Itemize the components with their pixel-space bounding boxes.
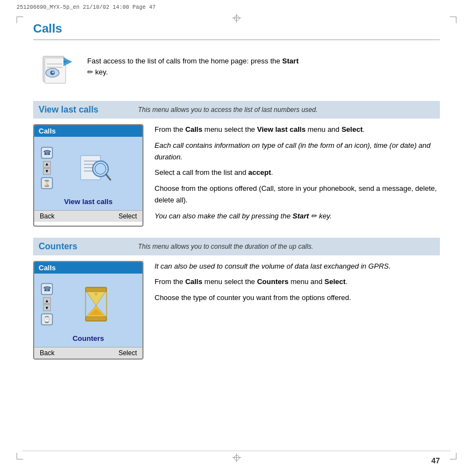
start-bold-italic: Start xyxy=(293,212,309,220)
intro-pencil-key: ✏ key. xyxy=(87,68,108,76)
select-bold-1: Select xyxy=(342,125,363,133)
phone-screen-footer-1: Back Select xyxy=(34,210,142,222)
svg-text:⌚: ⌚ xyxy=(43,315,51,323)
intro-section: Fast access to the list of calls from th… xyxy=(33,50,440,89)
svg-point-9 xyxy=(52,71,54,73)
svg-text:⌛: ⌛ xyxy=(43,179,51,187)
corner-mark-br xyxy=(450,453,456,459)
svg-line-21 xyxy=(106,174,110,180)
magnifier-icon xyxy=(79,151,113,184)
footer-back-1: Back xyxy=(40,212,55,220)
section-title-counters: Counters xyxy=(39,242,127,252)
para-2-3: Choose the type of counter you want from… xyxy=(155,292,440,304)
page-title: Calls xyxy=(33,22,440,40)
corner-mark-tr xyxy=(450,17,456,23)
phone-screen-label-1: View last calls xyxy=(64,197,113,206)
para-2-1: It can also be used to consult the volum… xyxy=(155,261,440,272)
call-icon-2: ⌛ xyxy=(41,177,53,189)
bottom-divider xyxy=(22,451,451,451)
para-1-2: Each call contains information on type o… xyxy=(155,140,440,163)
phone-screen-view-last-calls: Calls ☎ ▲ ▼ xyxy=(33,124,144,227)
svg-point-20 xyxy=(95,163,106,174)
footer-select-1: Select xyxy=(119,212,137,220)
svg-rect-26 xyxy=(86,287,107,292)
phone-screen-footer-2: Back Select xyxy=(34,347,142,359)
section-title-view-last-calls: View last calls xyxy=(39,105,127,115)
calls-bold-2: Calls xyxy=(185,277,203,286)
print-header-text: 251206690_MYX-5p_en 21/10/02 14:00 Page … xyxy=(17,4,156,10)
section-body-counters: Calls ☎ ▲ ▼ xyxy=(33,255,440,360)
section-content-counters: It can also be used to consult the volum… xyxy=(155,261,440,360)
para-1-3: Select a call from the list and accept. xyxy=(155,167,440,179)
phone-screen-body-2: ☎ ▲ ▼ ⌚ xyxy=(34,274,142,347)
hourglass-icon xyxy=(81,286,111,322)
phone-screen-body-1: ☎ ▲ ▼ ⌛ xyxy=(34,137,142,210)
phone-screen-counters: Calls ☎ ▲ ▼ xyxy=(33,261,144,360)
section-header-view-last-calls: View last calls This menu allows you to … xyxy=(33,101,440,119)
page-container: 251206690_MYX-5p_en 21/10/02 14:00 Page … xyxy=(0,0,473,476)
intro-bold-start: Start xyxy=(282,57,299,65)
para-1-1: From the Calls menu select the View last… xyxy=(155,124,440,136)
screen-icons-left-1: ☎ ▲ ▼ ⌛ xyxy=(41,147,53,189)
calls-icon xyxy=(35,52,76,88)
screen-icons-left-2: ☎ ▲ ▼ ⌚ xyxy=(41,283,53,325)
viewlastcalls-bold: View last calls xyxy=(257,125,306,133)
intro-text: Fast access to the list of calls from th… xyxy=(87,50,299,77)
corner-mark-bl xyxy=(17,453,23,459)
para-1-5: You can also make the call by pressing t… xyxy=(155,211,440,222)
svg-text:☎: ☎ xyxy=(43,149,51,157)
section-desc-counters: This menu allows you to consult the dura… xyxy=(138,243,313,250)
svg-text:☎: ☎ xyxy=(43,285,51,293)
phone-screen-title-2: Calls xyxy=(34,262,142,274)
accept-bold: accept xyxy=(248,168,271,177)
section-header-counters: Counters This menu allows you to consult… xyxy=(33,238,440,255)
svg-rect-27 xyxy=(86,317,107,321)
page-number: 47 xyxy=(431,456,440,465)
counters-bold: Counters xyxy=(257,277,289,286)
call-icon-4: ⌚ xyxy=(41,313,53,325)
calls-bold-1: Calls xyxy=(185,125,203,133)
footer-select-2: Select xyxy=(119,349,137,357)
footer-back-2: Back xyxy=(40,349,55,357)
para-2-2: From the Calls menu select the Counters … xyxy=(155,276,440,288)
registration-mark-bottom xyxy=(232,453,241,462)
phone-screen-label-2: Counters xyxy=(72,334,104,343)
phone-screen-title-1: Calls xyxy=(34,125,142,137)
section-desc-view-last-calls: This menu allows you to access the list … xyxy=(138,106,317,114)
select-bold-2: Select xyxy=(325,277,346,286)
intro-text-before-bold: Fast access to the list of calls from th… xyxy=(87,57,282,65)
main-content: Calls xyxy=(0,10,473,382)
print-header: 251206690_MYX-5p_en 21/10/02 14:00 Page … xyxy=(0,0,473,10)
phone-center-icon-2 xyxy=(56,282,136,327)
registration-mark-top xyxy=(232,14,241,23)
call-icon-3: ☎ xyxy=(41,283,53,295)
call-icon-1: ☎ xyxy=(41,147,53,159)
section-body-view-last-calls: Calls ☎ ▲ ▼ xyxy=(33,119,440,227)
section-content-view-last-calls: From the Calls menu select the View last… xyxy=(155,124,440,227)
para-1-4: Choose from the options offered (Call, s… xyxy=(155,183,440,206)
intro-image xyxy=(33,50,77,89)
phone-center-icon-1 xyxy=(56,146,136,190)
corner-mark-tl xyxy=(17,17,23,23)
